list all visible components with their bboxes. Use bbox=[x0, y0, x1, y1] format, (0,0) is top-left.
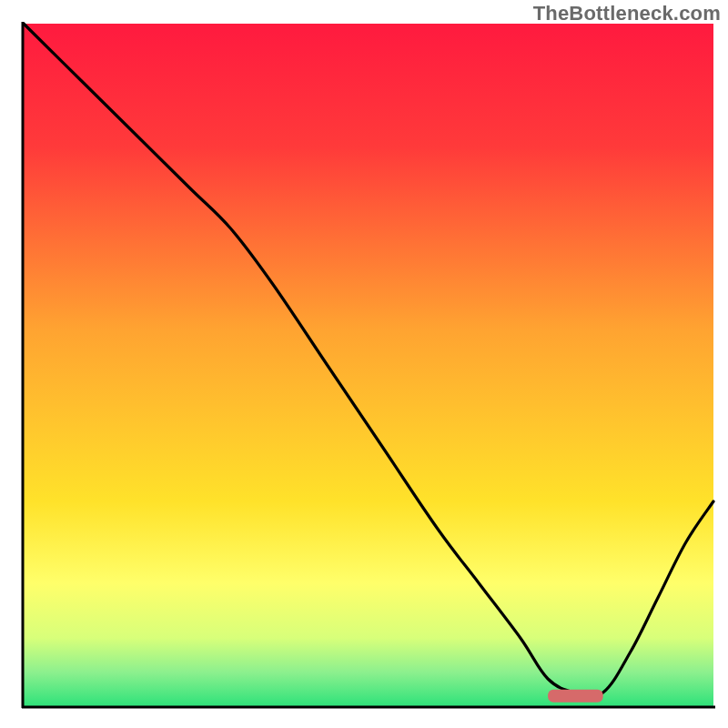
chart-svg bbox=[0, 0, 728, 728]
watermark-text: TheBottleneck.com bbox=[533, 2, 721, 25]
plot-area bbox=[22, 22, 715, 708]
optimum-marker bbox=[548, 690, 603, 703]
chart-container: TheBottleneck.com bbox=[0, 0, 728, 728]
